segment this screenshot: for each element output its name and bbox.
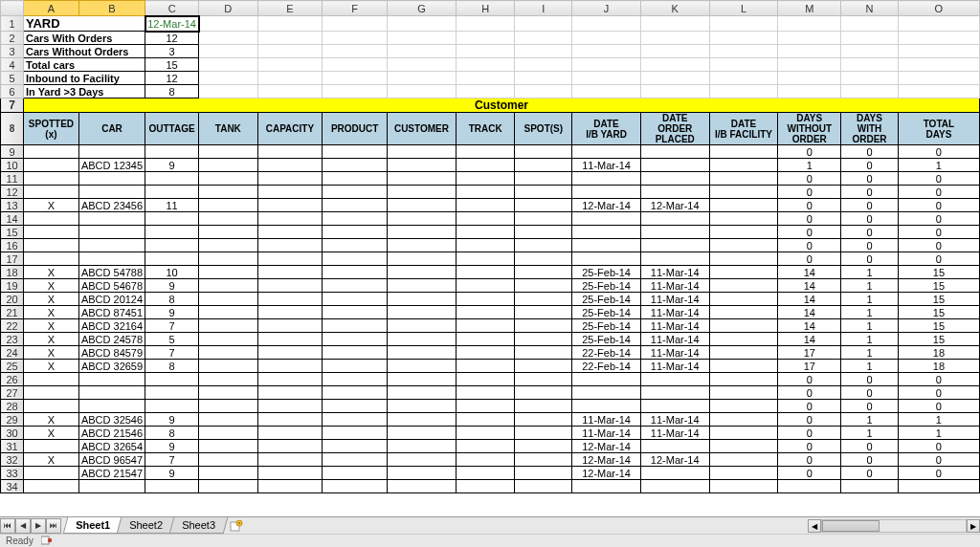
cell-days-w[interactable]: 0 — [841, 252, 899, 266]
cell-days-wo[interactable]: 0 — [778, 226, 841, 239]
cell-blank[interactable] — [257, 16, 323, 32]
cell-ib-yard[interactable]: 25-Feb-14 — [572, 266, 641, 279]
column-headers[interactable]: ABCDEFGHIJKLMNO — [1, 1, 980, 16]
cell-blank[interactable] — [778, 32, 841, 45]
cell-outage[interactable]: 7 — [145, 346, 199, 360]
cell-car[interactable] — [78, 226, 145, 239]
cell-car[interactable]: ABCD 54788 — [78, 266, 145, 279]
cell-total-days[interactable]: 1 — [898, 427, 979, 440]
cell-ib-facility[interactable] — [709, 226, 778, 239]
cell-ib-facility[interactable] — [709, 145, 778, 159]
customer-band[interactable]: Customer — [24, 98, 980, 113]
cell-tank[interactable] — [199, 306, 257, 319]
cell-yard-title[interactable]: YARD — [24, 16, 145, 32]
header-11[interactable]: DATEI/B FACILITY — [709, 113, 778, 145]
cell-ib-facility[interactable] — [709, 413, 778, 427]
cell-order-placed[interactable] — [640, 212, 709, 226]
cell-blank[interactable] — [323, 45, 388, 58]
cell-blank[interactable] — [709, 16, 778, 32]
cell-spotted[interactable]: X — [24, 360, 79, 373]
cell-blank[interactable] — [456, 72, 515, 85]
cell-customer[interactable] — [388, 333, 457, 346]
cell-ib-facility[interactable] — [709, 159, 778, 172]
cell-spotted[interactable] — [24, 145, 79, 159]
cell-capacity[interactable] — [257, 279, 323, 293]
cell-spots[interactable] — [515, 333, 572, 346]
cell-blank[interactable] — [778, 85, 841, 98]
cell-blank[interactable] — [257, 72, 323, 85]
cell-total-days[interactable]: 1 — [898, 159, 979, 172]
cell-ib-yard[interactable] — [572, 373, 641, 386]
cell-ib-facility[interactable] — [709, 279, 778, 293]
summary-value-5[interactable]: 12 — [145, 72, 199, 85]
cell-outage[interactable] — [145, 400, 199, 413]
cell-capacity[interactable] — [257, 293, 323, 306]
cell-customer[interactable] — [388, 400, 457, 413]
cell-days-wo[interactable]: 0 — [778, 186, 841, 199]
cell-ib-yard[interactable]: 12-Mar-14 — [572, 440, 641, 453]
cell-product[interactable] — [323, 199, 388, 212]
cell-customer[interactable] — [388, 293, 457, 306]
cell-customer[interactable] — [388, 386, 457, 400]
cell-customer[interactable] — [388, 212, 457, 226]
cell-blank[interactable] — [572, 32, 641, 45]
cell-order-placed[interactable]: 12-Mar-14 — [640, 199, 709, 212]
cell-total-days[interactable]: 15 — [898, 333, 979, 346]
cell-customer[interactable] — [388, 252, 457, 266]
cell-days-w[interactable]: 0 — [841, 186, 899, 199]
cell-total-days[interactable]: 0 — [898, 373, 979, 386]
cell-total-days[interactable]: 15 — [898, 279, 979, 293]
cell-blank[interactable] — [456, 45, 515, 58]
cell-customer[interactable] — [388, 145, 457, 159]
cell-tank[interactable] — [199, 293, 257, 306]
row-header-29[interactable]: 29 — [1, 413, 24, 427]
cell-product[interactable] — [323, 252, 388, 266]
cell-outage[interactable]: 9 — [145, 159, 199, 172]
header-1[interactable]: CAR — [78, 113, 145, 145]
cell-spotted[interactable] — [24, 467, 79, 480]
cell-days-w[interactable]: 1 — [841, 427, 899, 440]
cell-blank[interactable] — [515, 72, 572, 85]
cell-total-days[interactable]: 0 — [898, 386, 979, 400]
cell-tank[interactable] — [199, 172, 257, 186]
col-header-D[interactable]: D — [199, 1, 257, 16]
col-header-H[interactable]: H — [456, 1, 515, 16]
cell-ib-yard[interactable] — [572, 212, 641, 226]
cell-ib-yard[interactable]: 25-Feb-14 — [572, 319, 641, 333]
cell-track[interactable] — [456, 186, 515, 199]
cell-days-w[interactable]: 1 — [841, 346, 899, 360]
cell-blank[interactable] — [778, 45, 841, 58]
cell-spots[interactable] — [515, 266, 572, 279]
cell-spotted[interactable]: X — [24, 279, 79, 293]
cell-customer[interactable] — [388, 427, 457, 440]
cell-car[interactable]: ABCD 21546 — [78, 427, 145, 440]
cell-product[interactable] — [323, 440, 388, 453]
cell-customer[interactable] — [388, 159, 457, 172]
cell-days-w[interactable]: 0 — [841, 212, 899, 226]
cell-order-placed[interactable] — [640, 239, 709, 252]
cell-capacity[interactable] — [257, 252, 323, 266]
row-header-21[interactable]: 21 — [1, 306, 24, 319]
row-header-30[interactable]: 30 — [1, 427, 24, 440]
cell-outage[interactable]: 9 — [145, 467, 199, 480]
cell-ib-yard[interactable]: 11-Mar-14 — [572, 427, 641, 440]
cell-blank[interactable] — [515, 16, 572, 32]
cell-car[interactable]: ABCD 32659 — [78, 360, 145, 373]
row-header-19[interactable]: 19 — [1, 279, 24, 293]
cell-blank[interactable] — [640, 32, 709, 45]
cell-total-days[interactable]: 0 — [898, 467, 979, 480]
cell-customer[interactable] — [388, 226, 457, 239]
cell-total-days[interactable]: 18 — [898, 346, 979, 360]
cell-days-w[interactable]: 1 — [841, 293, 899, 306]
cell-spotted[interactable] — [24, 386, 79, 400]
cell-spotted[interactable] — [24, 252, 79, 266]
cell-spotted[interactable] — [24, 226, 79, 239]
cell-days-w[interactable]: 0 — [841, 159, 899, 172]
cell-spotted[interactable] — [24, 373, 79, 386]
cell-customer[interactable] — [388, 453, 457, 467]
cell-tank[interactable] — [199, 467, 257, 480]
row-header-16[interactable]: 16 — [1, 239, 24, 252]
row-header-27[interactable]: 27 — [1, 386, 24, 400]
cell-spotted[interactable] — [24, 400, 79, 413]
summary-value-4[interactable]: 15 — [145, 58, 199, 72]
